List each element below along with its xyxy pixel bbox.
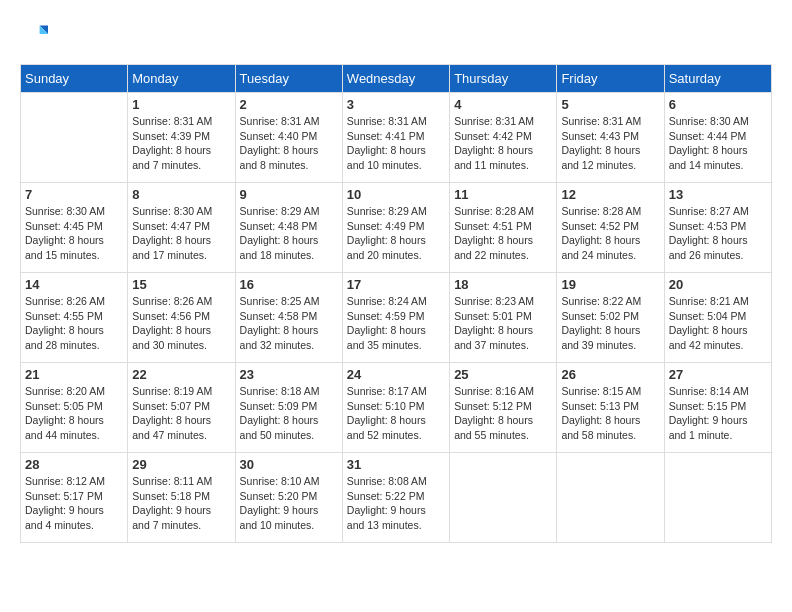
cell-info: Sunrise: 8:11 AMSunset: 5:18 PMDaylight:… xyxy=(132,474,230,533)
calendar-cell: 12Sunrise: 8:28 AMSunset: 4:52 PMDayligh… xyxy=(557,183,664,273)
calendar-cell: 10Sunrise: 8:29 AMSunset: 4:49 PMDayligh… xyxy=(342,183,449,273)
cell-info: Sunrise: 8:27 AMSunset: 4:53 PMDaylight:… xyxy=(669,204,767,263)
day-number: 8 xyxy=(132,187,230,202)
calendar-week-3: 21Sunrise: 8:20 AMSunset: 5:05 PMDayligh… xyxy=(21,363,772,453)
day-number: 28 xyxy=(25,457,123,472)
day-number: 15 xyxy=(132,277,230,292)
day-number: 31 xyxy=(347,457,445,472)
calendar-cell: 31Sunrise: 8:08 AMSunset: 5:22 PMDayligh… xyxy=(342,453,449,543)
cell-info: Sunrise: 8:23 AMSunset: 5:01 PMDaylight:… xyxy=(454,294,552,353)
cell-info: Sunrise: 8:31 AMSunset: 4:42 PMDaylight:… xyxy=(454,114,552,173)
calendar-cell: 20Sunrise: 8:21 AMSunset: 5:04 PMDayligh… xyxy=(664,273,771,363)
calendar-cell: 9Sunrise: 8:29 AMSunset: 4:48 PMDaylight… xyxy=(235,183,342,273)
cell-info: Sunrise: 8:19 AMSunset: 5:07 PMDaylight:… xyxy=(132,384,230,443)
header-saturday: Saturday xyxy=(664,65,771,93)
cell-info: Sunrise: 8:22 AMSunset: 5:02 PMDaylight:… xyxy=(561,294,659,353)
day-number: 3 xyxy=(347,97,445,112)
calendar-week-0: 1Sunrise: 8:31 AMSunset: 4:39 PMDaylight… xyxy=(21,93,772,183)
calendar-cell: 25Sunrise: 8:16 AMSunset: 5:12 PMDayligh… xyxy=(450,363,557,453)
calendar-cell: 28Sunrise: 8:12 AMSunset: 5:17 PMDayligh… xyxy=(21,453,128,543)
day-number: 7 xyxy=(25,187,123,202)
day-number: 1 xyxy=(132,97,230,112)
header-tuesday: Tuesday xyxy=(235,65,342,93)
calendar-cell: 21Sunrise: 8:20 AMSunset: 5:05 PMDayligh… xyxy=(21,363,128,453)
day-number: 4 xyxy=(454,97,552,112)
calendar-cell: 26Sunrise: 8:15 AMSunset: 5:13 PMDayligh… xyxy=(557,363,664,453)
cell-info: Sunrise: 8:30 AMSunset: 4:44 PMDaylight:… xyxy=(669,114,767,173)
calendar-cell: 2Sunrise: 8:31 AMSunset: 4:40 PMDaylight… xyxy=(235,93,342,183)
cell-info: Sunrise: 8:24 AMSunset: 4:59 PMDaylight:… xyxy=(347,294,445,353)
calendar-cell: 4Sunrise: 8:31 AMSunset: 4:42 PMDaylight… xyxy=(450,93,557,183)
calendar-cell: 15Sunrise: 8:26 AMSunset: 4:56 PMDayligh… xyxy=(128,273,235,363)
calendar-cell xyxy=(450,453,557,543)
cell-info: Sunrise: 8:18 AMSunset: 5:09 PMDaylight:… xyxy=(240,384,338,443)
cell-info: Sunrise: 8:30 AMSunset: 4:47 PMDaylight:… xyxy=(132,204,230,263)
cell-info: Sunrise: 8:26 AMSunset: 4:55 PMDaylight:… xyxy=(25,294,123,353)
cell-info: Sunrise: 8:29 AMSunset: 4:48 PMDaylight:… xyxy=(240,204,338,263)
calendar-table: SundayMondayTuesdayWednesdayThursdayFrid… xyxy=(20,64,772,543)
logo-icon xyxy=(20,20,48,48)
day-number: 5 xyxy=(561,97,659,112)
calendar-cell: 1Sunrise: 8:31 AMSunset: 4:39 PMDaylight… xyxy=(128,93,235,183)
header-sunday: Sunday xyxy=(21,65,128,93)
cell-info: Sunrise: 8:08 AMSunset: 5:22 PMDaylight:… xyxy=(347,474,445,533)
calendar-cell: 3Sunrise: 8:31 AMSunset: 4:41 PMDaylight… xyxy=(342,93,449,183)
calendar-cell xyxy=(664,453,771,543)
cell-info: Sunrise: 8:26 AMSunset: 4:56 PMDaylight:… xyxy=(132,294,230,353)
cell-info: Sunrise: 8:10 AMSunset: 5:20 PMDaylight:… xyxy=(240,474,338,533)
day-number: 20 xyxy=(669,277,767,292)
day-number: 24 xyxy=(347,367,445,382)
cell-info: Sunrise: 8:16 AMSunset: 5:12 PMDaylight:… xyxy=(454,384,552,443)
cell-info: Sunrise: 8:14 AMSunset: 5:15 PMDaylight:… xyxy=(669,384,767,443)
day-number: 11 xyxy=(454,187,552,202)
day-number: 23 xyxy=(240,367,338,382)
cell-info: Sunrise: 8:31 AMSunset: 4:41 PMDaylight:… xyxy=(347,114,445,173)
calendar-cell: 7Sunrise: 8:30 AMSunset: 4:45 PMDaylight… xyxy=(21,183,128,273)
header-thursday: Thursday xyxy=(450,65,557,93)
cell-info: Sunrise: 8:21 AMSunset: 5:04 PMDaylight:… xyxy=(669,294,767,353)
calendar-cell: 29Sunrise: 8:11 AMSunset: 5:18 PMDayligh… xyxy=(128,453,235,543)
calendar-header-row: SundayMondayTuesdayWednesdayThursdayFrid… xyxy=(21,65,772,93)
calendar-week-1: 7Sunrise: 8:30 AMSunset: 4:45 PMDaylight… xyxy=(21,183,772,273)
calendar-cell: 6Sunrise: 8:30 AMSunset: 4:44 PMDaylight… xyxy=(664,93,771,183)
cell-info: Sunrise: 8:31 AMSunset: 4:39 PMDaylight:… xyxy=(132,114,230,173)
day-number: 14 xyxy=(25,277,123,292)
day-number: 22 xyxy=(132,367,230,382)
cell-info: Sunrise: 8:25 AMSunset: 4:58 PMDaylight:… xyxy=(240,294,338,353)
day-number: 9 xyxy=(240,187,338,202)
calendar-cell: 24Sunrise: 8:17 AMSunset: 5:10 PMDayligh… xyxy=(342,363,449,453)
calendar-cell xyxy=(21,93,128,183)
calendar-week-2: 14Sunrise: 8:26 AMSunset: 4:55 PMDayligh… xyxy=(21,273,772,363)
page-header xyxy=(20,20,772,48)
calendar-cell: 30Sunrise: 8:10 AMSunset: 5:20 PMDayligh… xyxy=(235,453,342,543)
day-number: 26 xyxy=(561,367,659,382)
calendar-cell: 22Sunrise: 8:19 AMSunset: 5:07 PMDayligh… xyxy=(128,363,235,453)
calendar-cell: 17Sunrise: 8:24 AMSunset: 4:59 PMDayligh… xyxy=(342,273,449,363)
day-number: 17 xyxy=(347,277,445,292)
calendar-cell: 19Sunrise: 8:22 AMSunset: 5:02 PMDayligh… xyxy=(557,273,664,363)
cell-info: Sunrise: 8:30 AMSunset: 4:45 PMDaylight:… xyxy=(25,204,123,263)
calendar-cell xyxy=(557,453,664,543)
calendar-cell: 14Sunrise: 8:26 AMSunset: 4:55 PMDayligh… xyxy=(21,273,128,363)
calendar-cell: 5Sunrise: 8:31 AMSunset: 4:43 PMDaylight… xyxy=(557,93,664,183)
header-monday: Monday xyxy=(128,65,235,93)
cell-info: Sunrise: 8:29 AMSunset: 4:49 PMDaylight:… xyxy=(347,204,445,263)
calendar-cell: 13Sunrise: 8:27 AMSunset: 4:53 PMDayligh… xyxy=(664,183,771,273)
calendar-cell: 23Sunrise: 8:18 AMSunset: 5:09 PMDayligh… xyxy=(235,363,342,453)
day-number: 21 xyxy=(25,367,123,382)
day-number: 29 xyxy=(132,457,230,472)
cell-info: Sunrise: 8:15 AMSunset: 5:13 PMDaylight:… xyxy=(561,384,659,443)
cell-info: Sunrise: 8:20 AMSunset: 5:05 PMDaylight:… xyxy=(25,384,123,443)
day-number: 2 xyxy=(240,97,338,112)
header-friday: Friday xyxy=(557,65,664,93)
cell-info: Sunrise: 8:17 AMSunset: 5:10 PMDaylight:… xyxy=(347,384,445,443)
calendar-week-4: 28Sunrise: 8:12 AMSunset: 5:17 PMDayligh… xyxy=(21,453,772,543)
calendar-cell: 11Sunrise: 8:28 AMSunset: 4:51 PMDayligh… xyxy=(450,183,557,273)
cell-info: Sunrise: 8:28 AMSunset: 4:52 PMDaylight:… xyxy=(561,204,659,263)
day-number: 18 xyxy=(454,277,552,292)
calendar-cell: 18Sunrise: 8:23 AMSunset: 5:01 PMDayligh… xyxy=(450,273,557,363)
day-number: 6 xyxy=(669,97,767,112)
day-number: 16 xyxy=(240,277,338,292)
cell-info: Sunrise: 8:31 AMSunset: 4:43 PMDaylight:… xyxy=(561,114,659,173)
header-wednesday: Wednesday xyxy=(342,65,449,93)
